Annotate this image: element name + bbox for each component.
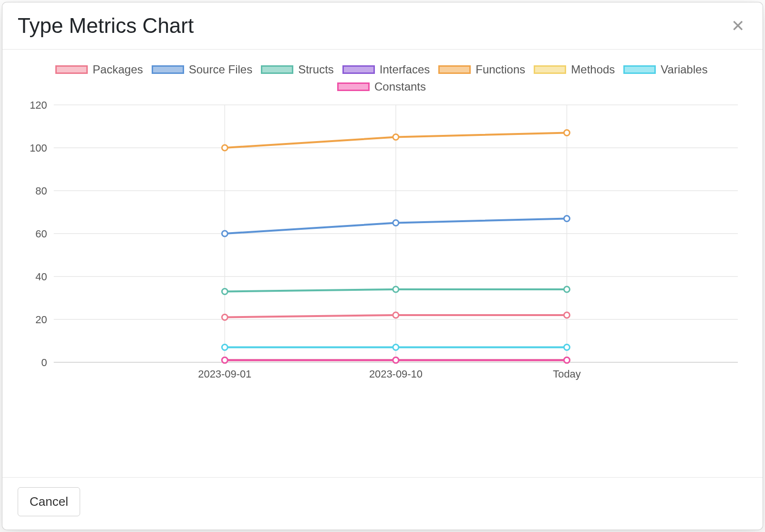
series-point[interactable] [222, 145, 227, 151]
svg-text:120: 120 [30, 100, 47, 111]
close-button[interactable]: ✕ [728, 16, 747, 35]
legend-swatch [534, 65, 566, 74]
legend-swatch [55, 65, 88, 74]
series-point[interactable] [393, 286, 399, 292]
series-point[interactable] [222, 345, 227, 350]
legend-label: Source Files [189, 63, 252, 76]
legend-label: Functions [476, 63, 525, 76]
legend-item[interactable]: Variables [623, 63, 707, 76]
series-point[interactable] [393, 134, 399, 140]
legend-swatch [337, 82, 370, 91]
series-point[interactable] [564, 345, 570, 350]
svg-text:80: 80 [35, 185, 47, 197]
svg-text:20: 20 [35, 314, 47, 326]
legend-label: Packages [93, 63, 143, 76]
chart-area: 0204060801001202023-09-012023-09-10Today [16, 100, 747, 391]
cancel-button[interactable]: Cancel [18, 487, 80, 516]
modal-body: PackagesSource FilesStructsInterfacesFun… [2, 50, 763, 477]
series-point[interactable] [222, 315, 227, 320]
close-icon: ✕ [731, 18, 744, 34]
legend-item[interactable]: Source Files [152, 63, 252, 76]
legend-item[interactable]: Constants [337, 80, 426, 93]
svg-text:2023-09-10: 2023-09-10 [369, 368, 423, 380]
legend-label: Methods [571, 63, 615, 76]
series-point[interactable] [393, 220, 399, 226]
series-point[interactable] [564, 312, 570, 318]
modal-title: Type Metrics Chart [18, 14, 194, 38]
legend-item[interactable]: Structs [261, 63, 334, 76]
svg-text:0: 0 [41, 357, 47, 368]
legend-swatch [152, 65, 184, 74]
svg-text:2023-09-01: 2023-09-01 [198, 368, 251, 380]
chart-svg: 0204060801001202023-09-012023-09-10Today [16, 100, 747, 391]
modal-header: Type Metrics Chart ✕ [2, 2, 763, 50]
legend-swatch [438, 65, 471, 74]
series-point[interactable] [564, 358, 570, 363]
modal-dialog: Type Metrics Chart ✕ PackagesSource File… [2, 2, 763, 530]
series-point[interactable] [393, 358, 399, 363]
svg-text:60: 60 [35, 228, 47, 240]
legend-item[interactable]: Methods [534, 63, 615, 76]
svg-text:100: 100 [30, 142, 47, 154]
chart-legend: PackagesSource FilesStructsInterfacesFun… [16, 63, 747, 93]
series-point[interactable] [393, 345, 399, 350]
svg-text:Today: Today [553, 368, 580, 380]
legend-swatch [261, 65, 293, 74]
svg-text:40: 40 [35, 271, 47, 283]
legend-label: Interfaces [380, 63, 430, 76]
series-point[interactable] [222, 358, 227, 363]
legend-item[interactable]: Interfaces [342, 63, 430, 76]
modal-footer: Cancel [2, 477, 763, 530]
legend-label: Variables [661, 63, 707, 76]
legend-item[interactable]: Packages [55, 63, 143, 76]
series-point[interactable] [393, 312, 399, 318]
legend-item[interactable]: Functions [438, 63, 525, 76]
legend-swatch [623, 65, 656, 74]
series-point[interactable] [564, 216, 570, 222]
series-point[interactable] [222, 231, 227, 236]
series-point[interactable] [222, 289, 227, 295]
legend-label: Structs [298, 63, 334, 76]
series-point[interactable] [564, 286, 570, 292]
legend-swatch [342, 65, 375, 74]
legend-label: Constants [374, 80, 426, 93]
series-point[interactable] [564, 130, 570, 136]
